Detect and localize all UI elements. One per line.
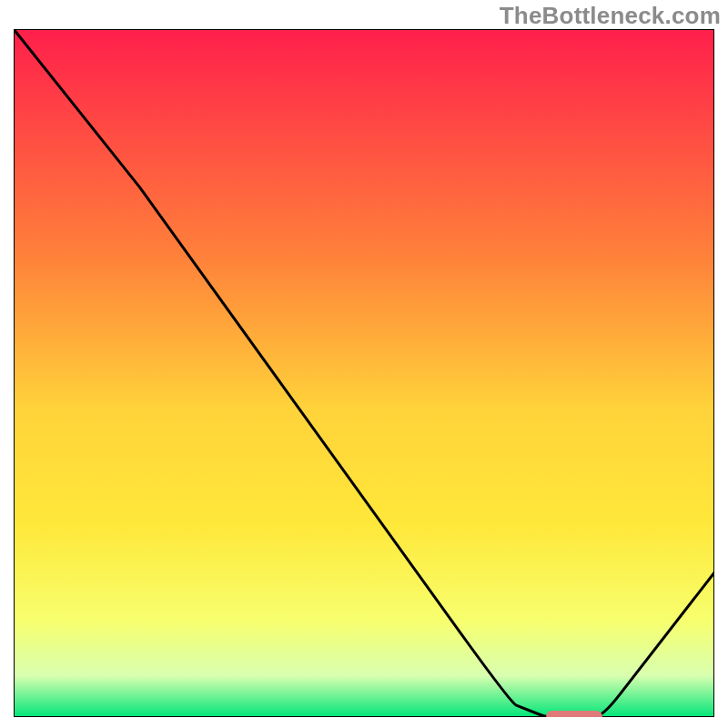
watermark-text: TheBottleneck.com bbox=[500, 2, 721, 30]
optimum-marker bbox=[546, 711, 602, 717]
plot-area bbox=[14, 29, 714, 717]
plot-background bbox=[14, 29, 714, 717]
plot-svg bbox=[14, 29, 714, 717]
chart-stage: TheBottleneck.com bbox=[0, 0, 728, 728]
